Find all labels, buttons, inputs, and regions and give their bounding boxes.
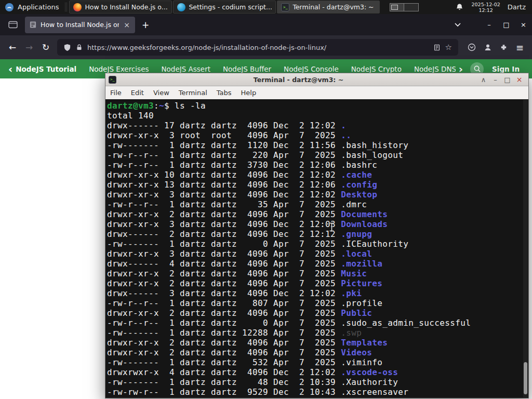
terminal-listing-row: -rw-r--r-- 1 dartz dartz 220 Apr 7 2025 …: [107, 150, 471, 160]
terminal-maximize-button[interactable]: □: [501, 76, 513, 84]
terminal-listing-row: drwxr-xr-x 2 dartz dartz 4096 Apr 7 2025…: [107, 209, 471, 219]
browser-minimize-button[interactable]: –: [481, 14, 498, 35]
terminal-titlebar[interactable]: >_ Terminal - dartz@vm3: ~ ∧ – □ ×: [105, 73, 528, 86]
tab-close-icon[interactable]: ×: [123, 21, 131, 29]
sign-in-button[interactable]: Sign In: [492, 65, 520, 73]
terminal-menubar: FileEditViewTerminalTabsHelp: [105, 86, 528, 99]
taskbar-item-label: Terminal - dartz@vm3: ~: [292, 3, 374, 11]
terminal-menu-file[interactable]: File: [105, 89, 126, 97]
browser-tab[interactable]: How to Install Node.js on... ×: [25, 17, 135, 33]
url-bar[interactable]: https://www.geeksforgeeks.org/node-js/in…: [57, 39, 458, 56]
terminal-menu-help[interactable]: Help: [236, 89, 261, 97]
file-name: Templates: [341, 338, 388, 348]
browser-toolbar: ← → ↻ https://www.geeksforgeeks.org/node…: [0, 35, 532, 59]
codium-icon: [177, 3, 185, 11]
clock-date: 2025-12-02: [472, 2, 500, 7]
file-name: .sudo_as_admin_successful: [341, 318, 471, 328]
hamburger-menu-icon[interactable]: ≡: [512, 39, 528, 56]
terminal-window-icon: >_: [109, 76, 116, 84]
file-name: .: [341, 121, 346, 130]
terminal-listing-row: -rw------- 1 dartz dartz 532 Apr 7 2025 …: [107, 357, 471, 367]
gfg-nav-item[interactable]: NodeJS Exercises: [89, 65, 149, 73]
file-name: Music: [341, 269, 367, 278]
terminal-listing-row: -rw------- 1 dartz dartz 1120 Dec 2 11:5…: [107, 140, 471, 150]
terminal-listing-row: -rw------- 1 dartz dartz 12288 Apr 7 202…: [107, 328, 471, 338]
gfg-nav-item[interactable]: NodeJS Buffer: [223, 65, 271, 73]
prompt-command: ls -la: [175, 101, 206, 111]
terminal-menu-view[interactable]: View: [149, 89, 174, 97]
workspace-1[interactable]: [390, 4, 404, 11]
reload-button[interactable]: ↻: [37, 39, 54, 56]
terminal-listing-row: drwx------ 4 dartz dartz 4096 Apr 7 2025…: [107, 259, 471, 269]
reader-mode-icon[interactable]: [433, 44, 441, 51]
terminal-title: Terminal - dartz@vm3: ~: [119, 76, 477, 84]
terminal-minimize-button[interactable]: –: [489, 76, 501, 84]
file-name: .bash_logout: [341, 150, 403, 160]
list-all-tabs-chevron-icon[interactable]: [450, 18, 465, 32]
notification-bell-icon[interactable]: [456, 3, 463, 11]
workspace-2[interactable]: [404, 4, 418, 11]
taskbar-item[interactable]: Settings - codium script...: [173, 1, 276, 14]
workspace-switcher[interactable]: [390, 3, 419, 11]
panel-username[interactable]: Dartz: [508, 3, 526, 11]
back-button[interactable]: ←: [4, 39, 21, 56]
clock[interactable]: 2025-12-02 12:12: [472, 2, 500, 13]
screen: Applications How to Install Node.js o...…: [0, 0, 532, 399]
file-name: Pictures: [341, 278, 382, 288]
terminal-menu-tabs[interactable]: Tabs: [212, 89, 236, 97]
pocket-icon[interactable]: [463, 39, 480, 56]
nav-scroll-left-icon[interactable]: ‹: [5, 64, 16, 74]
file-name: .dmrc: [341, 200, 367, 209]
gfg-nav-items: NodeJS TutorialNodeJS ExercisesNodeJS As…: [16, 65, 456, 73]
file-name: Public: [341, 308, 372, 318]
gfg-nav-item[interactable]: NodeJS Tutorial: [16, 65, 76, 73]
file-name: .viminfo: [341, 357, 382, 367]
terminal-close-button[interactable]: ×: [513, 75, 525, 84]
gfg-nav-item[interactable]: NodeJS DNS: [414, 65, 456, 73]
gfg-nav-item[interactable]: NodeJS Console: [284, 65, 339, 73]
file-name: Videos: [341, 348, 372, 357]
forward-button[interactable]: →: [21, 39, 37, 56]
firefox-view-button[interactable]: [6, 18, 20, 32]
browser-tab-bar: How to Install Node.js on... × + – □ ×: [0, 14, 532, 35]
shield-icon[interactable]: [63, 44, 71, 51]
terminal-shade-button[interactable]: ∧: [477, 76, 489, 84]
browser-close-button[interactable]: ×: [515, 14, 532, 35]
terminal-listing-row: -rw-r--r-- 1 dartz dartz 0 Apr 7 2025 .s…: [107, 318, 471, 328]
terminal-listing-row: -rw-r--r-- 1 dartz dartz 3730 Dec 2 12:0…: [107, 160, 471, 170]
applications-menu-button[interactable]: Applications: [0, 0, 63, 14]
terminal-menu-terminal[interactable]: Terminal: [174, 89, 212, 97]
account-icon[interactable]: [480, 39, 496, 56]
lock-icon[interactable]: [76, 44, 83, 51]
browser-maximize-button[interactable]: □: [498, 14, 515, 35]
new-tab-button[interactable]: +: [138, 18, 153, 32]
taskbar: How to Install Node.js o...Settings - co…: [69, 0, 380, 14]
file-name: .bashrc: [341, 160, 377, 170]
url-text: https://www.geeksforgeeks.org/node-js/in…: [87, 44, 429, 51]
gfg-nav-item[interactable]: NodeJS Assert: [161, 65, 210, 73]
terminal-prompt-line: dartz@vm3:~$ ls -la: [107, 101, 471, 111]
file-name: .local: [341, 249, 372, 259]
panel-separator: [65, 3, 67, 11]
clock-time: 12:12: [478, 7, 493, 13]
terminal-body[interactable]: dartz@vm3:~$ ls -latotal 140drwx------ 1…: [105, 99, 528, 398]
taskbar-item[interactable]: >_Terminal - dartz@vm3: ~: [277, 1, 380, 14]
terminal-icon: >_: [281, 3, 289, 11]
terminal-listing-row: drwxr-xr-x 10 dartz dartz 4096 Dec 2 12:…: [107, 170, 471, 180]
file-name: .xscreensaver: [341, 387, 408, 397]
bookmark-star-icon[interactable]: ☆: [445, 43, 452, 52]
file-name: .bash_history: [341, 140, 408, 150]
gfg-nav-item[interactable]: NodeJS Crypto: [351, 65, 402, 73]
file-name: Documents: [341, 209, 388, 219]
terminal-listing-row: -rw------- 1 dartz dartz 0 Apr 7 2025 .I…: [107, 239, 471, 249]
file-name: Desktop: [341, 190, 377, 200]
applications-icon: [5, 3, 14, 12]
taskbar-item[interactable]: How to Install Node.js o...: [69, 1, 172, 14]
terminal-scrollbar[interactable]: [523, 100, 528, 397]
extensions-puzzle-icon[interactable]: [496, 39, 512, 56]
terminal-listing-row: drwxr-xr-x 3 root root 4096 Apr 7 2025 .…: [107, 130, 471, 140]
terminal-menu-edit[interactable]: Edit: [126, 89, 149, 97]
tab-title: How to Install Node.js on...: [41, 21, 119, 29]
terminal-scrollbar-thumb[interactable]: [524, 362, 527, 394]
taskbar-item-label: Settings - codium script...: [189, 3, 272, 11]
